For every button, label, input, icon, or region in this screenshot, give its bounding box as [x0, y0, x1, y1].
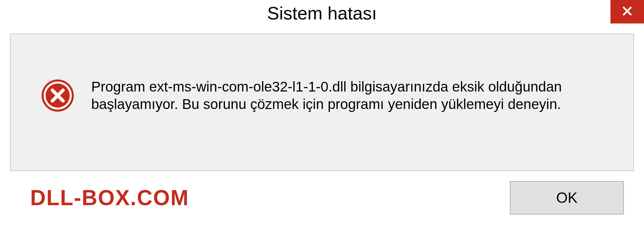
error-message: Program ext-ms-win-com-ole32-l1-1-0.dll … [91, 78, 613, 113]
close-button[interactable] [610, 0, 644, 23]
title-bar: Sistem hatası [0, 0, 644, 27]
close-icon [621, 5, 633, 18]
watermark-text: DLL-BOX.COM [30, 185, 189, 210]
footer-row: DLL-BOX.COM OK [0, 171, 644, 215]
ok-button[interactable]: OK [510, 181, 624, 215]
content-panel: Program ext-ms-win-com-ole32-l1-1-0.dll … [10, 34, 634, 171]
error-icon [41, 79, 74, 112]
dialog-title: Sistem hatası [267, 3, 377, 23]
ok-button-label: OK [556, 189, 578, 206]
